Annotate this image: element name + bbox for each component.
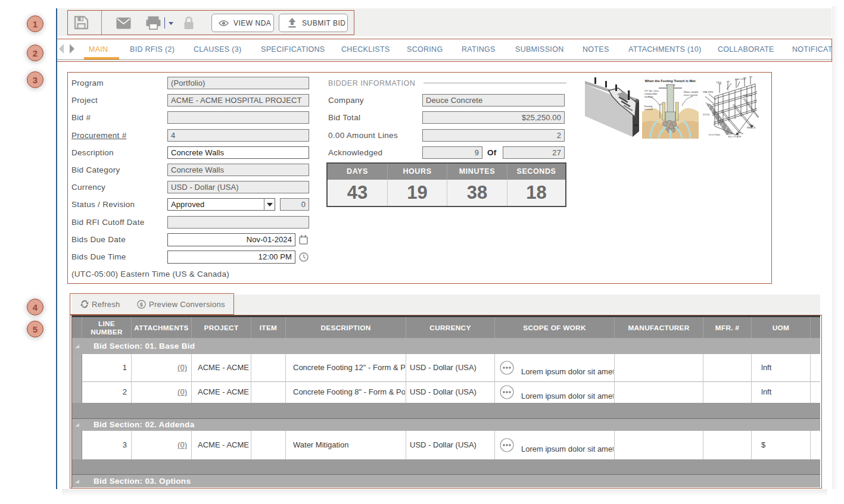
svg-text:TIES: TIES — [716, 81, 722, 84]
svg-text:WALERS: WALERS — [703, 90, 714, 93]
svg-text:FOOTING: FOOTING — [709, 133, 720, 136]
svg-text:exact system: exact system — [684, 93, 698, 96]
svg-text:courses: courses — [644, 108, 653, 111]
svg-text:material: material — [644, 95, 653, 98]
svg-text:SILL PLATE: SILL PLATE — [728, 135, 742, 138]
svg-text:$: $ — [140, 302, 143, 308]
svg-text:STUD: STUD — [703, 113, 709, 116]
svg-text:(see text): (see text) — [735, 77, 746, 80]
svg-text:WALER: WALER — [743, 94, 752, 97]
svg-text:When the Footing Trench Is Wet: When the Footing Trench Is Wet — [644, 79, 695, 83]
